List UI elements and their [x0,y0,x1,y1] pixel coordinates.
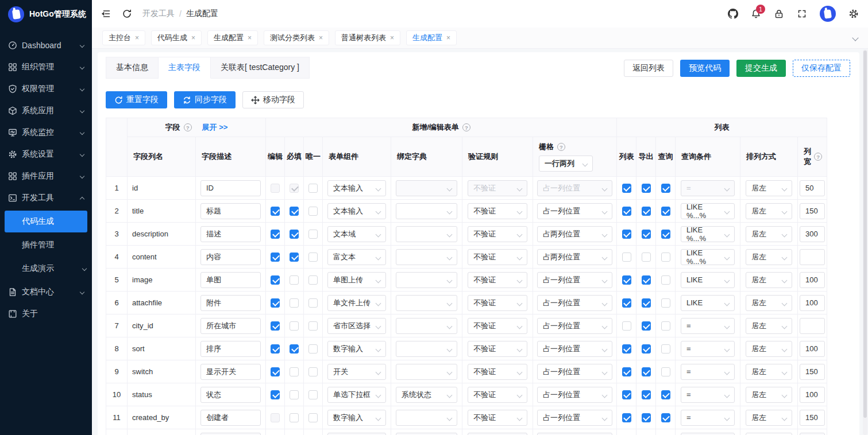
sidebar-item-5[interactable]: 系统设置 [0,143,92,165]
sidebar-item-9[interactable]: 关于 [0,303,92,325]
unique-checkbox[interactable] [308,275,318,285]
edit-checkbox[interactable] [271,298,280,308]
preview-code-button[interactable]: 预览代码 [680,60,730,77]
query-cond-select[interactable]: = [681,318,735,334]
export-checkbox[interactable] [642,344,651,354]
subtab-1[interactable]: 主表字段 [159,57,211,79]
query-checkbox[interactable] [661,298,670,308]
lock-screen-icon[interactable] [774,9,784,19]
column-width-input[interactable] [800,318,825,334]
component-select[interactable]: 数字输入 [327,341,386,357]
column-width-input[interactable] [800,203,825,219]
export-checkbox[interactable] [642,321,651,331]
grid-select[interactable]: 占一列位置 [537,364,612,380]
grid-select[interactable]: 占一列位置 [537,295,612,311]
fullscreen-icon[interactable] [797,9,807,19]
list-checkbox[interactable] [622,344,631,354]
query-checkbox[interactable] [661,207,670,216]
column-width-input[interactable] [800,249,825,265]
query-checkbox[interactable] [661,344,670,354]
align-select[interactable]: 居左 [746,364,792,380]
align-select[interactable]: 居左 [746,295,792,311]
component-select[interactable]: 文本输入 [327,180,386,196]
query-cond-select[interactable]: = [681,341,735,357]
field-desc-input[interactable] [200,387,261,403]
list-checkbox[interactable] [622,390,631,399]
query-cond-select[interactable]: LIKE %...% [681,249,735,265]
list-checkbox[interactable] [622,298,631,308]
close-icon[interactable]: × [135,34,139,42]
column-width-input[interactable] [800,180,825,196]
page-tab-2[interactable]: 生成配置× [207,30,258,45]
query-checkbox[interactable] [661,184,670,193]
edit-checkbox[interactable] [271,367,280,376]
export-checkbox[interactable] [642,390,651,399]
export-checkbox[interactable] [642,298,651,308]
scrollbar-thumb[interactable] [863,51,867,418]
query-checkbox[interactable] [661,275,670,285]
query-checkbox[interactable] [661,367,670,376]
unique-checkbox[interactable] [308,321,318,331]
export-checkbox[interactable] [642,413,651,422]
github-icon[interactable] [728,9,738,19]
grid-select[interactable]: 占一列位置 [537,272,612,288]
query-checkbox[interactable] [661,253,670,262]
field-desc-input[interactable] [200,272,261,288]
grid-select[interactable]: 占一列位置 [537,387,612,403]
list-checkbox[interactable] [622,253,631,262]
validate-select[interactable]: 不验证 [468,295,527,311]
save-config-only-button[interactable]: 仅保存配置 [793,60,850,77]
help-icon[interactable]: ? [557,143,565,151]
query-cond-select[interactable]: = [681,364,735,380]
page-tab-4[interactable]: 普通树表列表× [335,30,400,45]
grid-layout-select[interactable]: 一行两列 [539,156,593,172]
tabbar-chevron-down-icon[interactable] [852,34,858,41]
query-checkbox[interactable] [661,413,670,422]
column-width-input[interactable] [800,272,825,288]
column-width-input[interactable] [800,226,825,242]
component-select[interactable]: 省市区选择 [327,318,386,334]
align-select[interactable]: 居左 [746,249,792,265]
field-desc-input[interactable] [200,249,261,265]
query-checkbox[interactable] [661,390,670,399]
help-icon[interactable]: ? [814,153,822,161]
sidebar-item-2[interactable]: 权限管理 [0,78,92,100]
align-select[interactable]: 居左 [746,203,792,219]
dict-select[interactable] [396,272,457,288]
column-width-input[interactable] [800,295,825,311]
subtab-0[interactable]: 基本信息 [106,57,159,79]
unique-checkbox[interactable] [308,230,318,239]
required-checkbox[interactable] [290,275,299,285]
validate-select[interactable]: 不验证 [468,341,527,357]
align-select[interactable]: 居左 [746,226,792,242]
column-width-input[interactable] [800,341,825,357]
list-checkbox[interactable] [622,321,631,331]
close-icon[interactable]: × [390,34,394,42]
query-cond-select[interactable]: LIKE [681,295,735,311]
component-select[interactable]: 单图上传 [327,272,386,288]
query-checkbox[interactable] [661,321,670,331]
dict-select[interactable] [396,203,457,219]
grid-select[interactable]: 占一列位置 [537,318,612,334]
sidebar-item-3[interactable]: 系统应用 [0,100,92,122]
field-desc-input[interactable] [200,203,261,219]
component-select[interactable]: 文本输入 [327,203,386,219]
unique-checkbox[interactable] [308,184,318,193]
app-logo[interactable]: HotGo管理系统 [0,0,92,29]
column-width-input[interactable] [800,387,825,403]
query-cond-select[interactable]: LIKE %...% [681,226,735,242]
page-tab-0[interactable]: 主控台× [102,30,145,45]
help-icon[interactable]: ? [184,123,192,131]
required-checkbox[interactable] [290,207,299,216]
align-select[interactable]: 居左 [746,318,792,334]
move-fields-button[interactable]: 移动字段 [242,91,304,108]
align-select[interactable]: 居左 [746,341,792,357]
validate-select[interactable]: 不验证 [468,203,527,219]
dict-select[interactable] [396,295,457,311]
query-cond-select[interactable]: LIKE %...% [681,203,735,219]
query-cond-select[interactable]: = [681,387,735,403]
required-checkbox[interactable] [290,230,299,239]
required-checkbox[interactable] [290,413,299,422]
sync-fields-button[interactable]: 同步字段 [174,91,236,108]
component-select[interactable]: 单选下拉框 [327,387,386,403]
